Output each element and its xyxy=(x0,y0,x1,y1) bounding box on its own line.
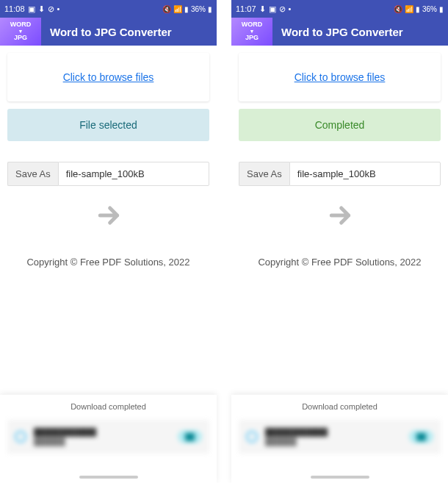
status-bar: 11:08 ▣ ⬇ ⊘ • 🔇 📶 ▮ 36% ▮ xyxy=(0,0,217,18)
battery-icon: ▮ xyxy=(439,5,444,13)
status-right: 🔇 📶 ▮ 36% ▮ xyxy=(394,5,444,13)
app-logo-icon: WORD ▼ JPG xyxy=(231,18,272,46)
save-as-row: Save As xyxy=(7,162,209,186)
gallery-icon: ▣ xyxy=(28,4,35,14)
status-bar: 11:07 ⬇ ▣ ⊘ • 🔇 📶 ▮ 36% ▮ xyxy=(231,0,448,18)
app-logo-icon: WORD ▼ JPG xyxy=(0,18,41,46)
download-text: ████████████ ██████ xyxy=(265,427,409,446)
gallery-icon: ▣ xyxy=(269,4,276,14)
silent-icon: 🔇 xyxy=(162,5,171,13)
nav-handle[interactable] xyxy=(311,476,369,479)
download-action-button[interactable]: ██ xyxy=(409,430,433,443)
convert-button-row xyxy=(239,201,441,233)
browse-link[interactable]: Click to browse files xyxy=(63,71,154,83)
download-panel: Download completed ████████████ ██████ █… xyxy=(231,395,448,483)
status-left: 11:07 ⬇ ▣ ⊘ • xyxy=(236,4,291,14)
app-title: Word to JPG Converter xyxy=(281,26,403,38)
battery-text: 36% xyxy=(422,5,437,13)
convert-button-row xyxy=(7,201,209,233)
main-content: Click to browse files Completed Save As … xyxy=(231,46,448,268)
app-bar: WORD ▼ JPG Word to JPG Converter xyxy=(231,18,448,46)
mute-icon: ⊘ xyxy=(279,4,286,14)
arrow-right-icon[interactable] xyxy=(325,201,355,233)
main-content: Click to browse files File selected Save… xyxy=(0,46,217,268)
nav-handle[interactable] xyxy=(79,476,138,479)
download-complete-icon xyxy=(15,431,26,443)
status-right: 🔇 📶 ▮ 36% ▮ xyxy=(162,5,212,13)
save-as-label: Save As xyxy=(7,162,58,186)
status-left: 11:08 ▣ ⬇ ⊘ • xyxy=(4,4,59,14)
signal-icon: ▮ xyxy=(184,5,189,13)
wifi-icon: 📶 xyxy=(173,5,182,13)
download-icon: ⬇ xyxy=(259,4,266,14)
app-title: Word to JPG Converter xyxy=(50,26,172,38)
screenshot-right: 11:07 ⬇ ▣ ⊘ • 🔇 📶 ▮ 36% ▮ WORD ▼ JPG Wor… xyxy=(231,0,448,483)
save-as-row: Save As xyxy=(239,162,441,186)
download-action-button[interactable]: ██ xyxy=(178,430,202,443)
signal-icon: ▮ xyxy=(416,5,420,13)
app-bar: WORD ▼ JPG Word to JPG Converter xyxy=(0,18,217,46)
dot-icon: • xyxy=(289,4,292,13)
save-as-label: Save As xyxy=(239,162,289,186)
download-panel: Download completed ████████████ ██████ █… xyxy=(0,395,217,483)
save-as-input[interactable] xyxy=(289,162,441,186)
download-item[interactable]: ████████████ ██████ ██ xyxy=(239,420,441,454)
copyright-text: Copyright © Free PDF Solutions, 2022 xyxy=(7,257,209,268)
browse-link[interactable]: Click to browse files xyxy=(295,71,386,83)
mute-icon: ⊘ xyxy=(48,4,54,14)
browse-card[interactable]: Click to browse files xyxy=(239,53,441,101)
save-as-input[interactable] xyxy=(58,162,209,186)
download-complete-icon xyxy=(246,431,258,443)
file-status-banner: File selected xyxy=(7,109,209,141)
dot-icon: • xyxy=(57,4,60,13)
copyright-text: Copyright © Free PDF Solutions, 2022 xyxy=(239,257,441,268)
download-header: Download completed xyxy=(231,402,448,411)
browse-card[interactable]: Click to browse files xyxy=(7,53,209,101)
screenshot-left: 11:08 ▣ ⬇ ⊘ • 🔇 📶 ▮ 36% ▮ WORD ▼ JPG Wor… xyxy=(0,0,217,483)
download-header: Download completed xyxy=(0,402,217,411)
arrow-right-icon[interactable] xyxy=(94,201,123,233)
download-icon: ⬇ xyxy=(38,4,45,14)
download-text: ████████████ ██████ xyxy=(34,427,178,446)
download-filename: ████████████ xyxy=(34,427,178,437)
wifi-icon: 📶 xyxy=(405,5,413,13)
download-item[interactable]: ████████████ ██████ ██ xyxy=(7,420,209,454)
status-time: 11:08 xyxy=(4,4,25,13)
file-status-banner: Completed xyxy=(239,109,441,141)
download-filename: ████████████ xyxy=(265,427,409,437)
battery-text: 36% xyxy=(191,5,206,13)
download-meta: ██████ xyxy=(265,437,409,446)
download-meta: ██████ xyxy=(34,437,178,446)
status-time: 11:07 xyxy=(236,4,256,13)
silent-icon: 🔇 xyxy=(394,5,402,13)
battery-icon: ▮ xyxy=(208,5,212,13)
